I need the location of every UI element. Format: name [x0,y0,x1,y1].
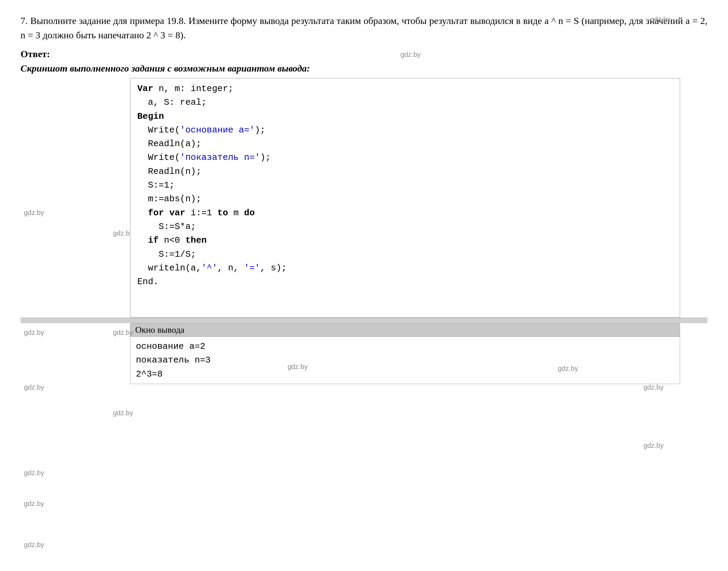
output-line: 2^3=8 [136,367,674,381]
code-line: Write('основание a='); [137,123,673,137]
watermark: gdz.by [558,365,578,372]
code-line: a, S: real; [137,96,673,109]
output-header: Окно вывода [130,323,680,337]
watermark: gdz.by [113,329,133,337]
watermark: gdz.by [24,500,44,508]
code-line: End. [137,275,673,289]
task-body: Выполните задание для примера 19.8. Изме… [21,15,707,40]
code-line: S:=1/S; [137,248,673,261]
watermark: gdz.by [400,51,421,59]
code-line: if n<0 then [137,233,673,247]
code-line: Readln(n); [137,165,673,178]
watermark: gdz.by [650,15,670,23]
answer-label: Ответ: [21,49,50,59]
scrollbar[interactable] [21,318,707,323]
watermark: gdz.by [24,209,44,217]
watermark: gdz.by [643,442,664,449]
answer-row: Ответ: [21,49,707,60]
watermark: gdz.by [288,363,308,371]
screenshot-label: Скриншот выполненного задания с возможны… [21,63,707,74]
code-line: Write('показатель n='); [137,151,673,164]
watermark: gdz.by [113,409,133,417]
output-line: основание a=2 [136,340,674,353]
code-line: S:=1; [137,178,673,192]
code-line: for var i:=1 to m do [137,206,673,220]
code-line: writeln(a,'^', n, '=', s); [137,261,673,275]
output-area: Окно вывода основание a=2показатель n=32… [130,323,680,384]
code-line: Begin [137,110,673,123]
watermark: gdz.by [24,541,44,549]
output-line: показатель n=3 [136,353,674,367]
code-line: m:=abs(n); [137,192,673,206]
watermark: gdz.by [24,383,44,391]
watermark: gdz.by [24,329,44,337]
output-body: основание a=2показатель n=32^3=8 [130,337,680,384]
task-number: 7. [21,15,28,26]
code-line: S:=S*a; [137,220,673,233]
code-line: Readln(a); [137,137,673,151]
code-block: Var n, m: integer; a, S: real;Begin Writ… [130,78,680,318]
watermark: gdz.by [24,469,44,477]
task-text: 7. Выполните задание для примера 19.8. И… [21,14,707,42]
code-line: Var n, m: integer; [137,82,673,96]
watermark: gdz.by [643,383,664,391]
